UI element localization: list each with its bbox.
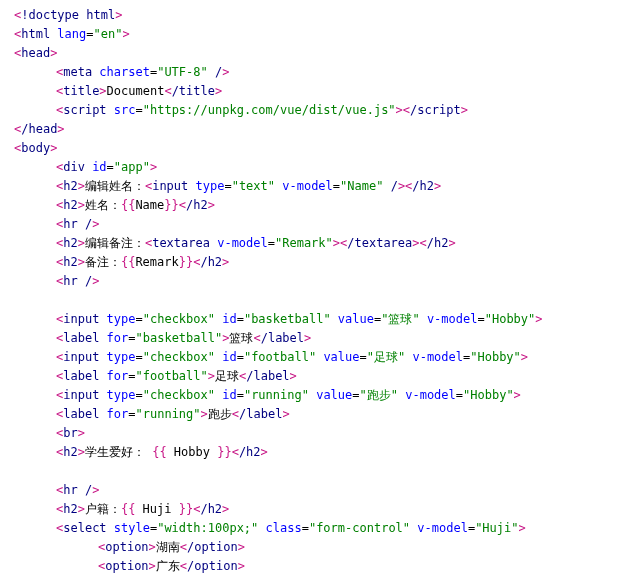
code-line: <h2>备注：{{Remark}}</h2> — [14, 253, 607, 272]
code-line: <br> — [14, 424, 607, 443]
code-line: <meta charset="UTF-8" /> — [14, 63, 607, 82]
code-line: <input type="checkbox" id="football" val… — [14, 348, 607, 367]
code-line: <label for="running">跑步</label> — [14, 405, 607, 424]
code-line: <select style="width:100px;" class="form… — [14, 519, 607, 538]
code-line: <h2>姓名：{{Name}}</h2> — [14, 196, 607, 215]
code-line: <div id="app"> — [14, 158, 607, 177]
code-line: <hr /> — [14, 215, 607, 234]
code-line: <h2>编辑备注：<textarea v-model="Remark"></te… — [14, 234, 607, 253]
code-line: <head> — [14, 44, 607, 63]
code-line: <hr /> — [14, 481, 607, 500]
code-line: <body> — [14, 139, 607, 158]
code-line — [14, 462, 607, 481]
code-line: <option>湖南</option> — [14, 538, 607, 557]
code-line — [14, 291, 607, 310]
code-line: <h2>编辑姓名：<input type="text" v-model="Nam… — [14, 177, 607, 196]
code-line: </head> — [14, 120, 607, 139]
code-line: <h2>户籍：{{ Huji }}</h2> — [14, 500, 607, 519]
code-line: <script src="https://unpkg.com/vue/dist/… — [14, 101, 607, 120]
code-line: <label for="football">足球</label> — [14, 367, 607, 386]
code-line: <!doctype html> — [14, 6, 607, 25]
code-line: <h2>学生爱好： {{ Hobby }}</h2> — [14, 443, 607, 462]
code-line: <input type="checkbox" id="running" valu… — [14, 386, 607, 405]
code-line: <title>Document</title> — [14, 82, 607, 101]
code-line: <hr /> — [14, 272, 607, 291]
code-line: <input type="checkbox" id="basketball" v… — [14, 310, 607, 329]
code-line: <option>广东</option> — [14, 557, 607, 576]
code-line: <label for="basketball">篮球</label> — [14, 329, 607, 348]
code-block: <!doctype html><html lang="en"><head><me… — [14, 6, 607, 578]
code-line: <html lang="en"> — [14, 25, 607, 44]
